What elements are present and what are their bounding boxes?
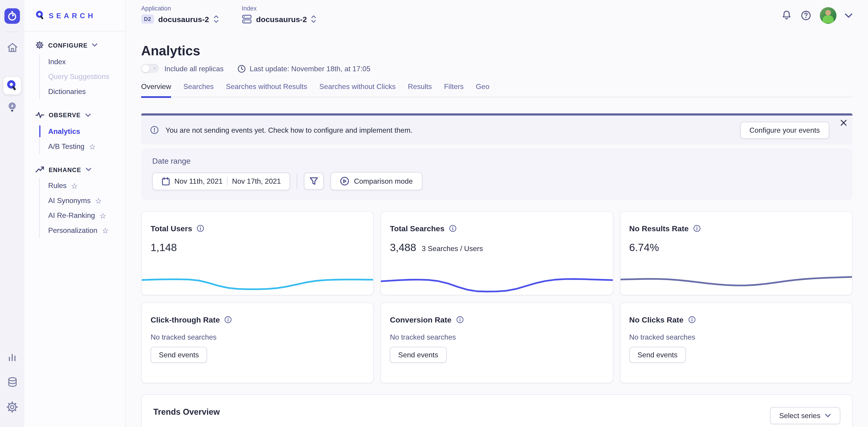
comparison-mode-label: Comparison mode [354, 177, 413, 185]
star-icon[interactable]: ☆ [95, 197, 102, 204]
sidebar-item-label: Analytics [48, 127, 80, 135]
application-badge: D2 [141, 14, 154, 24]
metric-value: 3,488 [390, 242, 416, 254]
topbar: Application D2 docusaurus-2 Index docusa… [141, 0, 852, 32]
activity-icon [35, 111, 44, 119]
trends-title: Trends Overview [153, 407, 220, 416]
observe-items: AnalyticsA/B Testing☆ [39, 124, 120, 154]
app-root: SEARCH CONFIGURE IndexQuery Sugg [0, 0, 868, 427]
star-icon[interactable]: ☆ [71, 182, 78, 189]
section-configure: CONFIGURE IndexQuery SuggestionsDictiona… [35, 41, 120, 99]
lightbulb-icon[interactable] [3, 99, 21, 116]
send-events-button[interactable]: Send events [151, 347, 207, 363]
configure-events-button[interactable]: Configure your events [740, 121, 829, 138]
tab-searches-without-results[interactable]: Searches without Results [226, 83, 307, 98]
sidebar-section-enhance[interactable]: ENHANCE [35, 166, 120, 173]
sidebar-item-label: AI Synonyms [48, 196, 90, 205]
card-title: Total Searches [390, 224, 604, 233]
tab-searches-without-clicks[interactable]: Searches without Clicks [319, 83, 396, 98]
select-series-button[interactable]: Select series [770, 407, 840, 424]
tab-searches[interactable]: Searches [183, 83, 214, 98]
toggle-label: Include all replicas [164, 64, 224, 73]
bar-chart-icon[interactable] [3, 349, 21, 366]
sidebar-item-analytics[interactable]: Analytics [48, 124, 119, 139]
sidebar-item-label: Rules [48, 182, 66, 190]
trends-overview-card: Trends Overview Select series [141, 394, 852, 427]
play-circle-icon [340, 176, 349, 186]
info-icon[interactable] [456, 316, 464, 323]
close-icon[interactable] [840, 120, 847, 128]
index-icon [242, 14, 252, 24]
sidebar-item-personalization[interactable]: Personalization☆ [48, 223, 119, 238]
database-icon[interactable] [3, 373, 21, 391]
chevron-down-icon [85, 113, 91, 117]
sidebar-section-configure[interactable]: CONFIGURE [35, 41, 120, 49]
info-icon[interactable] [688, 316, 696, 323]
rail-bottom-group [3, 349, 21, 427]
stat-card-total-users: Total Users1,148 [141, 211, 374, 295]
events-banner: You are not sending events yet. Check ho… [141, 113, 852, 144]
clock-icon [238, 64, 246, 73]
search-product-icon[interactable] [3, 77, 21, 95]
logo-text: SEARCH [49, 11, 96, 20]
section-observe: OBSERVE AnalyticsA/B Testing☆ [35, 111, 120, 154]
tab-geo[interactable]: Geo [476, 83, 490, 98]
date-range-panel: Date range Nov 11th, 2021 Nov 17th, 2021… [141, 148, 852, 200]
settings-gear-icon[interactable] [3, 398, 21, 416]
metric-value: 6.74% [629, 242, 659, 254]
help-icon[interactable] [800, 10, 811, 21]
include-replicas-toggle[interactable]: ✕ Include all replicas [141, 64, 224, 73]
section-label: OBSERVE [49, 112, 81, 118]
star-icon[interactable]: ☆ [102, 227, 109, 234]
application-selector[interactable]: Application D2 docusaurus-2 [141, 5, 218, 32]
star-icon[interactable]: ☆ [89, 142, 96, 150]
card-title-text: No Results Rate [629, 224, 689, 233]
select-series-label: Select series [779, 412, 820, 420]
info-icon[interactable] [196, 224, 204, 232]
send-events-button[interactable]: Send events [629, 347, 686, 363]
stopwatch-icon [7, 10, 18, 22]
sidebar-item-rules[interactable]: Rules☆ [48, 178, 119, 193]
chevron-down-icon [825, 414, 831, 418]
sidebar-item-query-suggestions[interactable]: Query Suggestions [48, 69, 119, 84]
divider [5, 31, 19, 32]
user-avatar[interactable] [820, 7, 837, 24]
info-icon[interactable] [693, 224, 701, 232]
configure-items: IndexQuery SuggestionsDictionaries [39, 54, 120, 99]
sidebar-item-label: AI Re-Ranking [48, 211, 95, 220]
tab-results[interactable]: Results [408, 83, 432, 98]
sidebar-item-ai-re-ranking[interactable]: AI Re-Ranking☆ [48, 208, 119, 223]
info-icon[interactable] [224, 316, 232, 323]
sidebar-item-ai-synonyms[interactable]: AI Synonyms☆ [48, 193, 119, 208]
end-date: Nov 17th, 2021 [232, 177, 281, 185]
tab-filters[interactable]: Filters [444, 83, 464, 98]
tab-overview[interactable]: Overview [141, 83, 171, 98]
calendar-icon [162, 177, 170, 186]
index-selector[interactable]: Index docusaurus-2 [242, 5, 316, 32]
index-label: Index [242, 5, 316, 11]
sidebar-section-observe[interactable]: OBSERVE [35, 111, 120, 119]
sidebar-item-dictionaries[interactable]: Dictionaries [48, 84, 119, 99]
card-title: Total Users [151, 224, 365, 233]
comparison-mode-button[interactable]: Comparison mode [331, 172, 422, 190]
date-range-controls: Nov 11th, 2021 Nov 17th, 2021 Comparison… [152, 172, 841, 190]
sidebar-item-a-b-testing[interactable]: A/B Testing☆ [48, 139, 119, 154]
send-events-button[interactable]: Send events [390, 347, 446, 363]
filter-button[interactable] [304, 172, 324, 190]
start-date: Nov 11th, 2021 [174, 177, 223, 185]
main-content: Application D2 docusaurus-2 Index docusa… [126, 0, 868, 427]
empty-state-text: No tracked searches [390, 333, 604, 341]
info-icon[interactable] [449, 224, 457, 232]
home-icon[interactable] [3, 39, 21, 57]
sidebar-item-index[interactable]: Index [48, 54, 119, 69]
toggle-off[interactable]: ✕ [141, 64, 159, 73]
user-menu-chevron-icon[interactable] [845, 13, 852, 18]
search-logo[interactable]: SEARCH [24, 0, 125, 31]
meta-row: ✕ Include all replicas Last update: Nove… [141, 64, 852, 73]
stopwatch-app-logo-icon[interactable] [4, 8, 20, 24]
date-range-button[interactable]: Nov 11th, 2021 Nov 17th, 2021 [152, 172, 290, 190]
notifications-bell-icon[interactable] [781, 10, 792, 21]
star-icon[interactable]: ☆ [99, 211, 106, 219]
divider [297, 173, 297, 189]
sidebar-item-label: Personalization [48, 226, 97, 234]
